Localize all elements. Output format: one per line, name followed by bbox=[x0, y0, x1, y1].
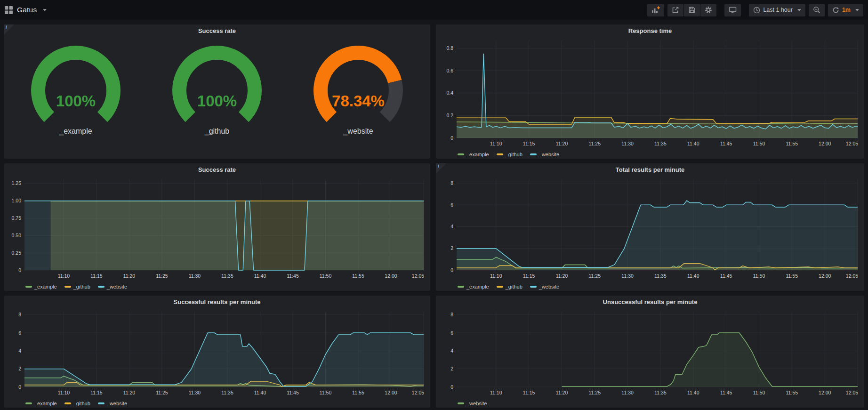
legend-item-_github[interactable]: _github bbox=[64, 401, 90, 406]
x-tick-label: 11:30 bbox=[189, 390, 201, 395]
x-tick-label: 11:40 bbox=[254, 390, 266, 395]
panel-title[interactable]: Success rate bbox=[198, 27, 236, 34]
x-tick-label: 11:15 bbox=[523, 390, 535, 395]
legend-swatch bbox=[530, 153, 537, 155]
x-tick-label: 11:55 bbox=[352, 273, 364, 279]
x-tick-label: 11:25 bbox=[156, 273, 168, 279]
x-tick-label: 11:20 bbox=[556, 141, 568, 146]
x-tick-label: 11:15 bbox=[523, 273, 535, 279]
refresh-picker[interactable]: 1m bbox=[828, 4, 863, 16]
panel-title[interactable]: Success rate bbox=[198, 166, 236, 173]
refresh-caret-icon bbox=[855, 9, 859, 11]
x-tick-label: 11:30 bbox=[621, 141, 634, 146]
chart-canvas: 0246811:1011:1511:2011:2511:3011:3511:40… bbox=[436, 308, 864, 408]
x-tick-label: 12:05 bbox=[846, 390, 858, 395]
navbar: Gatus bbox=[0, 0, 868, 20]
x-tick-label: 11:40 bbox=[687, 141, 699, 146]
legend-label: _example bbox=[466, 152, 489, 157]
gauge-value: 100% bbox=[56, 92, 96, 110]
chart-canvas: 00.250.500.751.001.2511:1011:1511:2011:2… bbox=[4, 176, 430, 291]
x-tick-label: 11:10 bbox=[490, 390, 502, 395]
info-icon: i bbox=[6, 24, 7, 30]
chart-legend: _example_github_website bbox=[25, 401, 127, 406]
legend-item-_website[interactable]: _website bbox=[98, 401, 127, 406]
panel-info-corner[interactable]: i bbox=[4, 24, 14, 35]
x-tick-label: 12:00 bbox=[819, 273, 831, 279]
series-fill-_website bbox=[24, 333, 424, 387]
panel-title[interactable]: Successful results per minute bbox=[174, 298, 261, 305]
clock-icon bbox=[753, 7, 760, 14]
legend-item-_website[interactable]: _website bbox=[458, 401, 487, 406]
save-button[interactable] bbox=[684, 4, 700, 16]
tv-mode-button[interactable] bbox=[724, 4, 741, 16]
gauge-canvas: 78.34% bbox=[302, 43, 415, 124]
chart-canvas: 00.20.40.60.811:1011:1511:2011:2511:3011… bbox=[436, 37, 864, 159]
x-tick-label: 11:35 bbox=[221, 273, 233, 279]
panel-info-corner[interactable]: i bbox=[436, 163, 446, 174]
panel-title[interactable]: Unsuccessful results per minute bbox=[603, 298, 698, 305]
x-tick-label: 11:10 bbox=[490, 141, 502, 146]
panel-header[interactable]: Success rate bbox=[4, 24, 430, 37]
x-tick-label: 11:40 bbox=[687, 390, 699, 395]
chart-legend: _website bbox=[458, 401, 487, 406]
dashboard-title[interactable]: Gatus bbox=[17, 6, 37, 14]
x-tick-label: 11:45 bbox=[287, 273, 299, 279]
x-tick-label: 11:55 bbox=[786, 141, 798, 146]
legend-swatch bbox=[98, 402, 104, 404]
y-tick-label: 4 bbox=[450, 348, 453, 354]
dashboard-title-caret-icon[interactable] bbox=[43, 9, 47, 11]
time-range-picker[interactable]: Last 1 hour bbox=[749, 4, 805, 16]
x-tick-label: 11:40 bbox=[687, 273, 699, 279]
legend-item-_example[interactable]: _example bbox=[458, 284, 489, 289]
legend-item-_example[interactable]: _example bbox=[25, 401, 57, 406]
panel-title[interactable]: Total results per minute bbox=[616, 166, 684, 173]
x-tick-label: 11:55 bbox=[352, 390, 364, 395]
legend-item-_website[interactable]: _website bbox=[530, 152, 559, 157]
gauge-row: 100%_example100%_github78.34%_website bbox=[4, 37, 430, 159]
legend-item-_github[interactable]: _github bbox=[497, 284, 522, 289]
legend-item-_website[interactable]: _website bbox=[98, 284, 127, 289]
x-tick-label: 11:20 bbox=[556, 390, 568, 395]
monitor-icon bbox=[729, 6, 737, 14]
x-tick-label: 11:25 bbox=[156, 390, 168, 395]
chart-legend: _example_github_website bbox=[458, 152, 559, 157]
dashboards-grid-icon[interactable] bbox=[5, 6, 13, 14]
legend-item-_github[interactable]: _github bbox=[64, 284, 90, 289]
x-tick-label: 11:50 bbox=[753, 273, 765, 279]
x-tick-label: 11:25 bbox=[589, 390, 601, 395]
x-tick-label: 11:30 bbox=[189, 273, 201, 279]
panel-header[interactable]: Response time bbox=[436, 24, 864, 37]
y-tick-label: 2 bbox=[450, 366, 453, 371]
panel-title[interactable]: Response time bbox=[628, 27, 672, 34]
legend-label: _github bbox=[506, 284, 522, 289]
chart-legend: _example_github_website bbox=[458, 284, 559, 289]
zoom-out-button[interactable] bbox=[809, 4, 825, 16]
panel-success-rate-gauges: i Success rate 100%_example100%_github78… bbox=[4, 24, 430, 159]
settings-button[interactable] bbox=[700, 4, 716, 16]
panel-header[interactable]: Unsuccessful results per minute bbox=[436, 296, 864, 308]
x-tick-label: 12:00 bbox=[819, 141, 831, 146]
legend-item-_example[interactable]: _example bbox=[25, 284, 57, 289]
legend-item-_github[interactable]: _github bbox=[497, 152, 522, 157]
legend-item-_example[interactable]: _example bbox=[458, 152, 489, 157]
panel-header[interactable]: Successful results per minute bbox=[4, 296, 430, 308]
x-tick-label: 12:00 bbox=[819, 390, 831, 395]
legend-item-_website[interactable]: _website bbox=[530, 284, 559, 289]
legend-label: _github bbox=[506, 152, 522, 157]
gauge-value: 100% bbox=[197, 92, 237, 110]
series-line-_website bbox=[457, 54, 858, 129]
panel-header[interactable]: Total results per minute bbox=[436, 163, 864, 176]
y-tick-label: 6 bbox=[18, 330, 21, 336]
panel-header[interactable]: Success rate bbox=[4, 163, 430, 176]
legend-swatch bbox=[458, 153, 464, 155]
share-button[interactable] bbox=[667, 4, 683, 16]
y-tick-label: 0.25 bbox=[12, 250, 22, 256]
x-tick-label: 11:45 bbox=[287, 390, 299, 395]
chart-canvas: 0246811:1011:1511:2011:2511:3011:3511:40… bbox=[436, 176, 864, 291]
time-range-label: Last 1 hour bbox=[763, 7, 793, 13]
add-panel-button[interactable] bbox=[647, 4, 664, 16]
y-tick-label: 2 bbox=[450, 245, 453, 251]
x-tick-label: 12:05 bbox=[412, 390, 424, 395]
y-tick-label: 8 bbox=[450, 180, 453, 186]
series-fill-_website bbox=[24, 201, 424, 270]
